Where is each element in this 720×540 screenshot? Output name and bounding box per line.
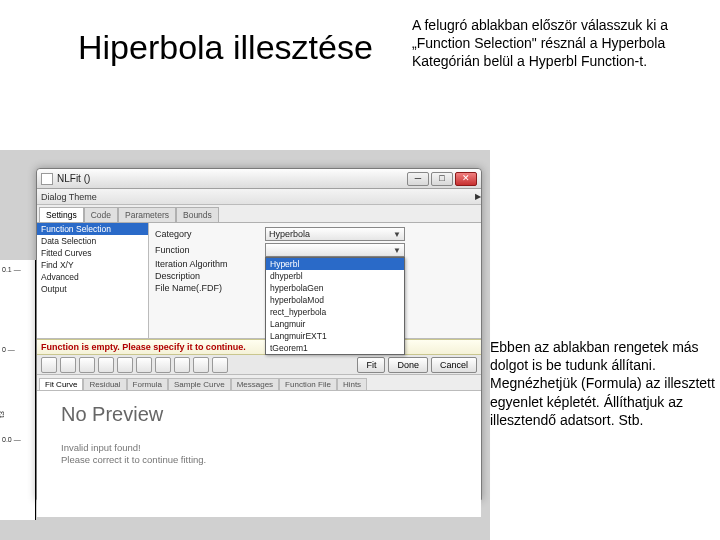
chevron-down-icon: ▼ (393, 230, 401, 239)
function-label: Function (155, 245, 265, 255)
tool-button[interactable] (155, 357, 171, 373)
form-area: Category Hyperbola ▼ Function ▼ Hyperbl … (149, 223, 481, 338)
cancel-button[interactable]: Cancel (431, 357, 477, 373)
preview-pane: No Preview Invalid input found! Please c… (37, 391, 481, 517)
side-item-data-selection[interactable]: Data Selection (37, 235, 148, 247)
dropdown-option[interactable]: hyperbolaGen (266, 282, 404, 294)
dropdown-option[interactable]: dhyperbl (266, 270, 404, 282)
tool-button[interactable] (98, 357, 114, 373)
chevron-down-icon: ▼ (393, 246, 401, 255)
menubar: Dialog Theme ▶ (37, 189, 481, 205)
dropdown-option[interactable]: Hyperbl (266, 258, 404, 270)
tool-button[interactable] (136, 357, 152, 373)
function-dropdown: Hyperbl dhyperbl hyperbolaGen hyperbolaM… (265, 257, 405, 355)
preview-msg-2: Please correct it to continue fitting. (61, 454, 481, 466)
dropdown-option[interactable]: rect_hyperbola (266, 306, 404, 318)
tool-button[interactable] (60, 357, 76, 373)
category-value: Hyperbola (269, 229, 310, 239)
tab-sample-curve[interactable]: Sample Curve (168, 378, 231, 390)
axis-tick: 0.1 — (2, 266, 21, 273)
tool-button[interactable] (117, 357, 133, 373)
tool-button[interactable] (193, 357, 209, 373)
preview-msg-1: Invalid input found! (61, 442, 481, 454)
tool-button[interactable] (174, 357, 190, 373)
toolbar: Fit Done Cancel (37, 355, 481, 375)
category-label: Category (155, 229, 265, 239)
tab-residual[interactable]: Residual (83, 378, 126, 390)
tab-parameters[interactable]: Parameters (118, 207, 176, 222)
axis-tick: 0.0 — (2, 436, 21, 443)
tab-hints[interactable]: Hints (337, 378, 367, 390)
app-icon (41, 173, 53, 185)
window-title: NLFit () (57, 173, 407, 184)
close-button[interactable]: ✕ (455, 172, 477, 186)
warning-bar: Function is empty. Please specify it to … (37, 339, 481, 355)
titlebar[interactable]: NLFit () ─ □ ✕ (37, 169, 481, 189)
preview-message: Invalid input found! Please correct it t… (61, 442, 481, 467)
tool-button[interactable] (212, 357, 228, 373)
axis-fragment: 0.1 — 0 — 0.0 — t3 (0, 260, 36, 520)
iteration-label: Iteration Algorithm (155, 259, 265, 269)
dropdown-option[interactable]: tGeorem1 (266, 342, 404, 354)
slide-title: Hiperbola illesztése (78, 28, 373, 67)
fit-button[interactable]: Fit (357, 357, 385, 373)
chevron-right-icon[interactable]: ▶ (475, 192, 481, 201)
side-item-output[interactable]: Output (37, 283, 148, 295)
filename-label: File Name(.FDF) (155, 283, 265, 293)
tab-function-file[interactable]: Function File (279, 378, 337, 390)
tab-fit-curve[interactable]: Fit Curve (39, 378, 83, 390)
tool-button[interactable] (79, 357, 95, 373)
tab-messages[interactable]: Messages (231, 378, 279, 390)
tab-bounds[interactable]: Bounds (176, 207, 219, 222)
axis-tick: 0 — (2, 346, 15, 353)
dropdown-option[interactable]: Langmuir (266, 318, 404, 330)
side-item-advanced[interactable]: Advanced (37, 271, 148, 283)
explanation-top: A felugró ablakban először válasszuk ki … (412, 16, 670, 71)
nlfit-dialog: NLFit () ─ □ ✕ Dialog Theme ▶ Settings C… (36, 168, 482, 500)
tab-code[interactable]: Code (84, 207, 118, 222)
bottom-tabstrip: Fit Curve Residual Formula Sample Curve … (37, 375, 481, 391)
tab-formula[interactable]: Formula (127, 378, 168, 390)
side-item-function-selection[interactable]: Function Selection (37, 223, 148, 235)
tool-button[interactable] (41, 357, 57, 373)
side-item-fitted-curves[interactable]: Fitted Curves (37, 247, 148, 259)
category-select[interactable]: Hyperbola ▼ (265, 227, 405, 241)
warning-text: Function is empty. Please specify it to … (41, 342, 246, 352)
description-label: Description (155, 271, 265, 281)
dropdown-option[interactable]: LangmuirEXT1 (266, 330, 404, 342)
minimize-button[interactable]: ─ (407, 172, 429, 186)
maximize-button[interactable]: □ (431, 172, 453, 186)
side-item-find-xy[interactable]: Find X/Y (37, 259, 148, 271)
top-tabstrip: Settings Code Parameters Bounds (37, 205, 481, 223)
dialog-theme-label: Dialog Theme (41, 192, 97, 202)
axis-label: t3 (0, 411, 6, 418)
dropdown-option[interactable]: hyperbolaMod (266, 294, 404, 306)
settings-side-list: Function Selection Data Selection Fitted… (37, 223, 149, 338)
done-button[interactable]: Done (388, 357, 428, 373)
tab-settings[interactable]: Settings (39, 207, 84, 222)
function-select[interactable]: ▼ (265, 243, 405, 257)
no-preview-title: No Preview (61, 403, 481, 426)
explanation-bottom: Ebben az ablakban rengetek más dolgot is… (490, 338, 720, 429)
